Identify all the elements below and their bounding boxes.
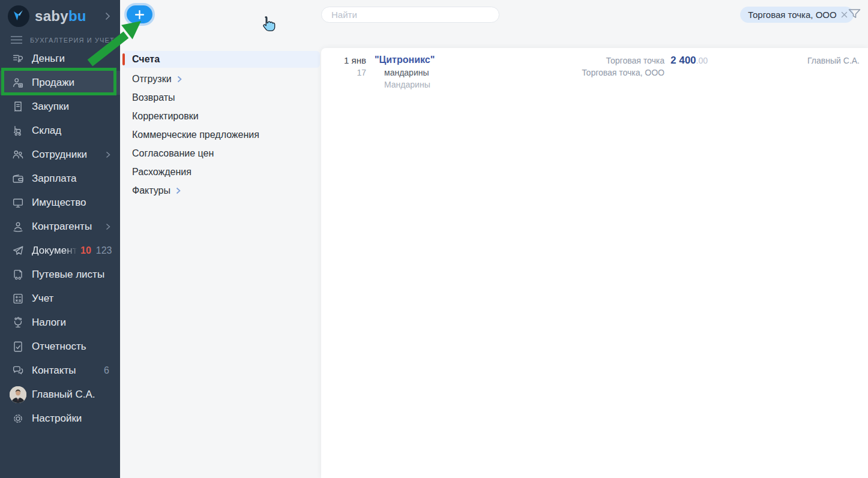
sidebar-item-label: Контрагенты [32,221,92,233]
submenu-item-label: Возвраты [132,92,175,103]
hamburger-icon[interactable] [11,36,22,44]
paper-plane-icon [11,244,25,257]
sidebar-item-label: Закупки [32,101,69,113]
doc-author: Главный С.А. [770,56,860,65]
sidebar-item-label: Зарплата [32,173,76,185]
sidebar-item-label: Контакты [32,365,76,377]
logo-text: sabybu [35,8,86,25]
chevron-right-icon [176,187,181,194]
app-switcher[interactable]: БУХГАЛТЕРИЯ И УЧЕТ [0,26,120,46]
sidebar-item-label: Продажи [32,77,74,89]
logo[interactable]: sabybu [0,0,120,26]
amount-fraction: .00 [696,56,708,65]
sales-icon [11,76,25,89]
submenu-item-invoices[interactable]: Счета [122,51,320,68]
chevron-right-icon [106,223,110,230]
sidebar-item-property[interactable]: Имущество [0,191,120,215]
people-icon [11,148,25,161]
sidebar-item-profile[interactable]: Главный С.А. [0,383,120,407]
receipt-icon [11,100,25,113]
submenu-item-invoices-factura[interactable]: Фактуры [120,181,321,200]
search-input[interactable] [321,7,499,23]
submenu-item-shipments[interactable]: Отгрузки [120,70,321,88]
submenu-item-commercial-offers[interactable]: Коммерческие предложения [120,125,321,144]
submenu-item-label: Коммерческие предложения [132,130,259,140]
doc-note: Мандарины [384,80,430,89]
sidebar-item-reporting[interactable]: Отчетность [0,335,120,359]
sidebar-item-money[interactable]: Деньги [0,47,120,71]
submenu-item-returns[interactable]: Возвраты [120,88,321,107]
app-label: БУХГАЛТЕРИЯ И УЧЕТ [30,37,115,44]
saby-bird-icon [8,5,29,27]
avatar [10,386,26,403]
wallet-icon [11,172,25,185]
chevron-right-icon [106,151,110,158]
report-check-icon [11,340,25,353]
amount-integer: 2 400 [671,55,696,66]
filter-tag-label: Торговая точка, ООО [748,10,837,20]
monitor-icon [11,196,25,209]
sidebar-item-contractors[interactable]: Контрагенты [0,215,120,239]
submenu-item-corrections[interactable]: Корректировки [120,107,321,125]
submenu-item-label: Счета [132,54,160,65]
plus-icon [135,10,144,19]
submenu-item-label: Фактуры [132,185,170,196]
unread-badge: 10 [80,245,91,256]
logo-text-gray: saby [35,8,68,24]
sidebar-item-employees[interactable]: Сотрудники [0,143,120,167]
gear-icon [11,412,25,425]
calculator-icon [11,292,25,305]
sidebar-item-accounting[interactable]: Учет [0,287,120,311]
sidebar-item-label: Учет [32,293,53,305]
sidebar-item-documents[interactable]: Документы 10 123 [0,239,120,263]
doc-sales-point: Торговая точка [576,56,665,65]
add-document-button[interactable] [127,5,152,23]
sidebar-item-label: Отчетность [32,341,86,353]
doc-amount: 2 400.00 [671,55,708,67]
doc-item: мандарины [384,68,429,77]
person-hand-icon [11,220,25,233]
filter-funnel-icon[interactable] [848,8,861,21]
doc-title-link[interactable]: "Цитроникс" [375,55,435,65]
sidebar-item-warehouse[interactable]: Склад [0,119,120,143]
sidebar-item-label: Документы [32,245,78,257]
submenu-item-discrepancies[interactable]: Расхождения [120,163,321,181]
sidebar-item-settings[interactable]: Настройки [0,407,120,431]
count-badge: 6 [104,365,109,376]
content-area: Торговая точка, ООО Счета Отгрузки Возвр… [120,0,868,478]
submenu-item-price-approval[interactable]: Согласование цен [120,144,321,163]
doc-organization: Торговая точка, ООО [558,68,665,77]
chat-bubbles-icon [11,364,25,377]
document-row[interactable]: 1 янв 17 "Цитроникс" мандарины Мандарины… [321,48,868,90]
filter-tag[interactable]: Торговая точка, ООО [740,7,854,23]
sidebar-item-waybills[interactable]: Путевые листы [0,263,120,287]
sidebar-item-contacts[interactable]: Контакты 6 [0,359,120,383]
submenu-item-label: Отгрузки [132,74,172,85]
logo-text-blue: bu [68,8,86,24]
chevron-right-icon[interactable] [105,12,110,20]
submenu-item-label: Согласование цен [132,148,214,159]
submenu: Счета Отгрузки Возвраты Корректировки Ко… [120,51,321,200]
sidebar-item-taxes[interactable]: Налоги [0,311,120,335]
sidebar-item-label: Налоги [32,317,66,329]
sidebar-item-purchases[interactable]: Закупки [0,95,120,119]
sidebar-item-label: Путевые листы [32,269,104,281]
sidebar-item-sales[interactable]: Продажи [0,71,120,95]
sidebar-item-label: Склад [32,125,61,137]
sidebar-nav: Деньги Продажи Закупки [0,47,120,431]
document-list: 1 янв 17 "Цитроникс" мандарины Мандарины… [321,48,868,478]
remove-filter-icon[interactable] [841,11,848,18]
waybill-icon [11,268,25,281]
count-badge: 123 [96,245,112,256]
sidebar-item-label: Имущество [32,197,86,209]
sidebar-item-label: Главный С.А. [32,389,95,401]
chevron-right-icon [177,76,182,83]
app-window: sabybu БУХГАЛТЕРИЯ И УЧЕТ Деньги [0,0,868,478]
sidebar-item-salary[interactable]: Зарплата [0,167,120,191]
sidebar-item-label: Сотрудники [32,149,87,161]
sidebar: sabybu БУХГАЛТЕРИЯ И УЧЕТ Деньги [0,0,120,478]
hand-pointer-cursor-icon [260,15,276,34]
submenu-item-label: Расхождения [132,167,191,178]
taxes-icon [11,316,25,329]
submenu-item-label: Корректировки [132,111,199,122]
